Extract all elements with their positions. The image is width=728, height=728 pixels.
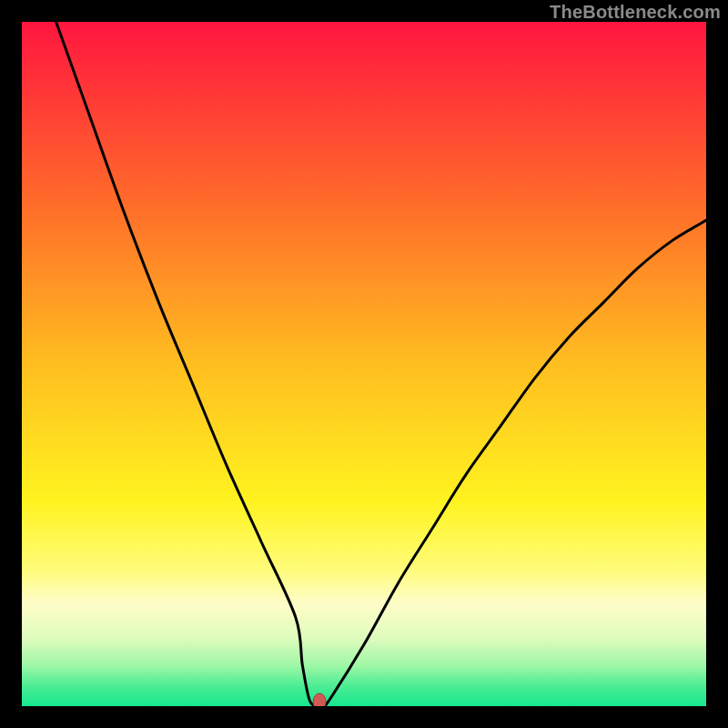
plot-area (22, 22, 706, 706)
chart-svg (22, 22, 706, 706)
optimum-marker (313, 693, 326, 706)
gradient-background (22, 22, 706, 706)
watermark-label: TheBottleneck.com (550, 2, 721, 23)
chart-frame: TheBottleneck.com (0, 0, 728, 728)
